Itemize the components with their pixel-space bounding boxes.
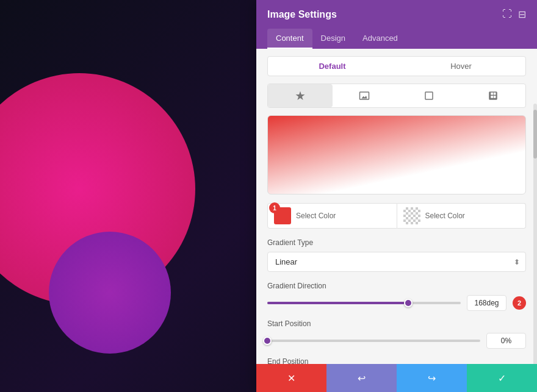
scrollbar-thumb[interactable] xyxy=(533,110,537,159)
end-position-section: End Position 3 xyxy=(267,357,526,364)
start-position-row xyxy=(267,333,526,349)
image-settings-modal: Image Settings ⛶ ⊟ Content Design Advanc… xyxy=(256,0,537,392)
overlay-icon xyxy=(488,90,499,101)
undo-button[interactable]: ↩ xyxy=(326,364,397,392)
gradient-direction-value[interactable] xyxy=(467,295,506,311)
tab-design[interactable]: Design xyxy=(312,29,354,49)
confirm-icon: ✓ xyxy=(498,372,506,384)
icon-tab-image2[interactable] xyxy=(397,84,461,107)
icon-tab-image[interactable] xyxy=(333,84,397,107)
tab-hover[interactable]: Hover xyxy=(397,57,525,76)
badge-2: 2 xyxy=(513,296,526,310)
bg-decoration-blob-purple xyxy=(49,232,171,354)
modal-body: Default Hover 1 xyxy=(256,49,537,364)
color-stop-2[interactable]: Select Color xyxy=(397,203,527,229)
start-position-label: Start Position xyxy=(267,319,526,328)
slider-thumb-start[interactable] xyxy=(263,337,272,345)
badge-1: 1 xyxy=(269,202,280,213)
modal-title: Image Settings xyxy=(267,9,337,20)
undo-icon: ↩ xyxy=(358,372,366,384)
slider-track xyxy=(267,302,461,304)
gradient-type-select-wrapper: Linear Radial Conic ⬍ xyxy=(267,252,526,272)
gradient-type-label: Gradient Type xyxy=(267,238,526,247)
gradient-direction-row: 2 xyxy=(267,295,526,311)
redo-icon: ↪ xyxy=(428,372,436,384)
gradient-direction-label: Gradient Direction xyxy=(267,282,526,290)
header-actions: ⛶ ⊟ xyxy=(502,9,526,20)
main-tabs: Content Design Advanced xyxy=(256,29,537,49)
tab-advanced[interactable]: Advanced xyxy=(354,29,406,49)
cancel-icon: ✕ xyxy=(287,372,295,384)
default-hover-tabs: Default Hover xyxy=(267,56,526,76)
gradient-direction-slider[interactable] xyxy=(267,297,461,309)
icon-tabs xyxy=(267,84,526,108)
icon-tab-sparkle[interactable] xyxy=(268,84,333,107)
gradient-type-section: Gradient Type Linear Radial Conic ⬍ xyxy=(267,238,526,272)
redo-button[interactable]: ↪ xyxy=(397,364,467,392)
columns-icon[interactable]: ⊟ xyxy=(518,9,526,20)
end-position-label: End Position xyxy=(267,357,526,364)
slider-track-start xyxy=(267,340,480,342)
expand-icon[interactable]: ⛶ xyxy=(502,9,512,20)
modal-footer: ✕ ↩ ↪ ✓ xyxy=(256,364,537,392)
icon-tab-overlay[interactable] xyxy=(461,84,526,107)
modal-header: Image Settings ⛶ ⊟ xyxy=(256,0,537,29)
color-stop-1[interactable]: 1 Select Color xyxy=(267,203,397,229)
cancel-button[interactable]: ✕ xyxy=(256,364,326,392)
sparkle-icon xyxy=(295,90,306,101)
color-stops: 1 Select Color Select Color xyxy=(267,203,526,229)
gradient-direction-section: Gradient Direction 2 xyxy=(267,282,526,311)
scrollbar-track xyxy=(533,104,537,364)
start-position-value[interactable] xyxy=(486,333,526,349)
gradient-type-select[interactable]: Linear Radial Conic xyxy=(267,252,526,272)
slider-fill xyxy=(267,302,408,304)
start-position-slider[interactable] xyxy=(267,335,480,347)
tab-content[interactable]: Content xyxy=(267,29,312,49)
color-stop-1-label: Select Color xyxy=(296,212,336,220)
color-swatch-2 xyxy=(403,207,420,224)
slider-thumb[interactable] xyxy=(404,299,413,307)
gradient-preview xyxy=(267,115,526,194)
image-icon xyxy=(359,90,370,101)
tab-default[interactable]: Default xyxy=(268,57,397,76)
confirm-button[interactable]: ✓ xyxy=(467,364,537,392)
color-stop-2-label: Select Color xyxy=(425,212,465,220)
image-frame-icon xyxy=(423,90,434,101)
start-position-section: Start Position xyxy=(267,319,526,349)
